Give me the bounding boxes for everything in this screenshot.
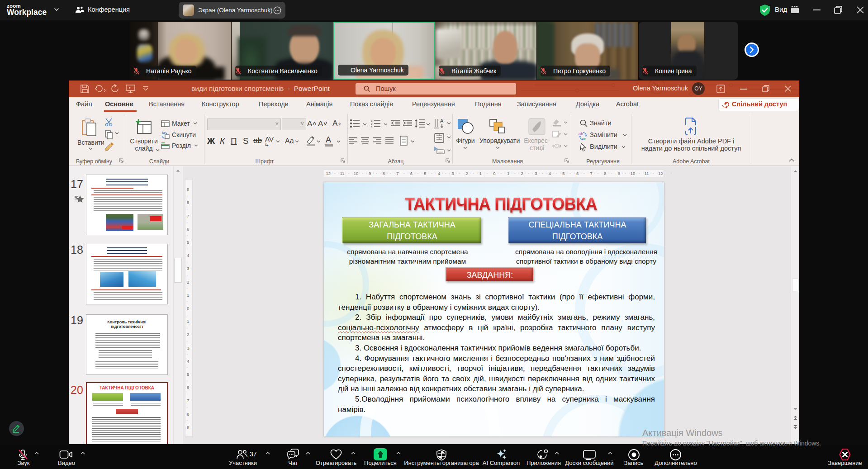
svg-text:1: 1: [371, 119, 373, 122]
svg-text:ac: ac: [582, 137, 586, 141]
svg-text:3: 3: [371, 126, 373, 128]
svg-text:2: 2: [371, 123, 373, 125]
svg-text:A: A: [440, 118, 444, 123]
svg-text:ab: ab: [579, 132, 583, 136]
